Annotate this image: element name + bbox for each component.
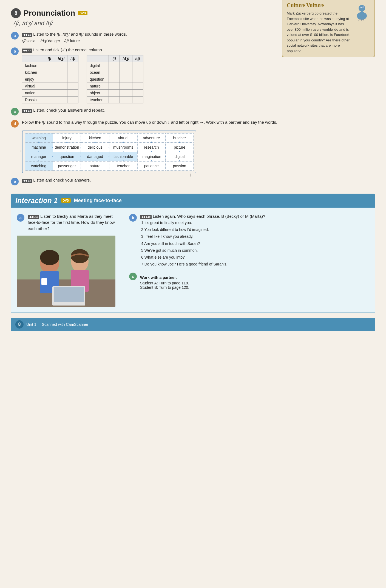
list-item: 5 We've got so much in common. <box>140 247 369 254</box>
interaction-title: Interaction 1 <box>15 196 58 205</box>
audio-1-10b-icon[interactable]: ◀◀ 1.10 <box>140 215 152 219</box>
table-2: /ʃ/ /dʒ/ /tʃ/ digitaloceanquestionnature… <box>87 55 143 103</box>
audio-1-8-icon[interactable]: ◀◀ 1.8 <box>22 109 32 113</box>
puzzle-cell: kitchen++ <box>81 133 109 143</box>
puzzle-cell: passenger+ <box>53 161 81 171</box>
bottom-bar: 8 Unit 1 Scanned with CamScanner <box>11 318 375 331</box>
activity-e-content: ◀◀ 1.9 Listen and check your answers. <box>22 177 375 183</box>
table-row: kitchen <box>22 69 78 76</box>
activity-a-content: ◀◀ 1.6 Listen to the /ʃ/, /dʒ/ and /tʃ/ … <box>22 31 276 43</box>
puzzle-cell: watching+ <box>25 161 53 171</box>
activity-b-content: ◀◀ 1.7 Listen and tick (✓) the correct c… <box>22 47 276 104</box>
activity-c-letter: c <box>11 108 19 115</box>
table-row: nature <box>87 83 143 90</box>
puzzle-cell: manager++ <box>25 152 53 161</box>
table-row: question <box>87 76 143 83</box>
puzzle-cell: adventure++ <box>137 133 166 143</box>
arrow-down-icon: ↓ <box>189 172 192 178</box>
activity-e-text: ◀◀ 1.9 Listen and check your answers. <box>22 177 375 183</box>
culture-bird-icon <box>354 2 370 22</box>
interaction-body: a ◀◀ 1.10 Listen to Becky and Marta as t… <box>11 208 375 313</box>
table-row: ocean <box>87 69 143 76</box>
svg-point-17 <box>40 250 59 265</box>
puzzle-cell: machine++ <box>25 143 53 152</box>
table-row: teacher <box>87 97 143 103</box>
list-item: 6 What else are you into? <box>140 254 369 261</box>
table-row: enjoy <box>22 76 78 83</box>
svg-point-18 <box>71 249 89 263</box>
student-b-text: Student B: Turn to page 120. <box>140 285 369 290</box>
interaction-right: b ◀◀ 1.10 Listen again. Who says each ph… <box>129 213 369 307</box>
puzzle-cell: injury++ <box>53 133 81 143</box>
puzzle-cell: patience+ <box>137 161 166 171</box>
activity-a-text: ◀◀ 1.6 Listen to the /ʃ/, /dʒ/ and /tʃ/ … <box>22 31 276 38</box>
audio-1-10a-icon[interactable]: ◀◀ 1.10 <box>28 215 39 219</box>
photo-scene <box>17 236 115 307</box>
page-container: 8 Pronunciation DVD /ʃ/, /dʒ/ and /tʃ/ C… <box>11 8 375 331</box>
interaction-photo <box>17 236 115 307</box>
interaction-activity-c-row: c Work with a partner. Student A: Turn t… <box>129 272 369 290</box>
list-item: 3 I feel like I know you already. <box>140 233 369 240</box>
puzzle-grid: washing++injury++kitchen++virtual++adven… <box>25 133 194 171</box>
phrases-list: 1 It's great to finally meet you.2 You l… <box>140 219 369 268</box>
interaction-activity-b-content: ◀◀ 1.10 Listen again. Who says each phra… <box>140 213 369 268</box>
activity-e-row: e ◀◀ 1.9 Listen and check your answers. <box>11 177 375 185</box>
unit-label: Unit 1 <box>26 322 36 327</box>
puzzle-container: washing++injury++kitchen++virtual++adven… <box>22 131 196 173</box>
list-item: 1 It's great to finally meet you. <box>140 219 369 226</box>
activity-d-row: d Follow the /ʃ/ sound to find a way thr… <box>11 119 375 173</box>
puzzle-cell: research++ <box>137 143 166 152</box>
student-a-text: Student A: Turn to page 118. <box>140 281 369 285</box>
svg-rect-11 <box>17 236 115 285</box>
puzzle-wrapper: → washing++injury++kitchen++virtual++adv… <box>22 128 196 173</box>
list-item: 7 Do you know Joe? He's a good friend of… <box>140 261 369 268</box>
activity-d-text: Follow the /ʃ/ sound to find a way throu… <box>22 119 375 126</box>
puzzle-cell: demonstration++ <box>53 143 81 152</box>
interaction-activity-c-letter: c <box>129 273 137 280</box>
interaction-header: Interaction 1 DVD Meeting face-to-face <box>11 194 375 208</box>
interaction-activity-b-text: ◀◀ 1.10 Listen again. Who says each phra… <box>140 213 369 220</box>
culture-text: Mark Zuckerberg co-created the Facebook … <box>287 11 351 53</box>
activity-b-letter: b <box>11 47 19 55</box>
culture-vulture-box: Culture Vulture Mark Zuckerberg co-creat… <box>282 0 375 57</box>
activity-d-content: Follow the /ʃ/ sound to find a way throu… <box>22 119 375 173</box>
interaction-activity-b-row: b ◀◀ 1.10 Listen again. Who says each ph… <box>129 213 369 268</box>
interaction-activity-a-row: a ◀◀ 1.10 Listen to Becky and Marta as t… <box>17 213 121 232</box>
activity-a-row: a ◀◀ 1.6 Listen to the /ʃ/, /dʒ/ and /tʃ… <box>11 31 276 43</box>
table-row: Russia <box>22 97 78 103</box>
svg-point-5 <box>361 7 361 8</box>
puzzle-cell: fashionable++ <box>109 152 137 161</box>
culture-title: Culture Vulture <box>287 2 351 9</box>
dvd-badge: DVD <box>78 11 87 15</box>
partner-box: Work with a partner. Student A: Turn to … <box>140 275 369 290</box>
tables-wrapper: /ʃ/ /dʒ/ /tʃ/ fashionkitchenenjoyvirtual… <box>22 55 276 103</box>
activity-b-text: ◀◀ 1.7 Listen and tick (✓) the correct c… <box>22 47 276 53</box>
puzzle-cell: question++ <box>53 152 81 161</box>
svg-rect-20 <box>54 287 84 302</box>
list-item: 2 You look different to how I'd imagined… <box>140 226 369 233</box>
puzzle-cell: picture+ <box>166 143 194 152</box>
interaction-left: a ◀◀ 1.10 Listen to Becky and Marta as t… <box>17 213 121 307</box>
interaction-activity-a-letter: a <box>17 214 24 222</box>
section-title: Pronunciation <box>24 9 75 18</box>
puzzle-cell: digital+ <box>166 152 194 161</box>
table-row: object <box>87 90 143 97</box>
puzzle-cell: passion <box>166 161 194 171</box>
section-number: 8 <box>11 8 21 18</box>
table-row: nation <box>22 90 78 97</box>
puzzle-cell: washing++ <box>25 133 53 143</box>
scanner-text: Scanned with CamScanner <box>42 322 89 327</box>
audio-1-7-icon[interactable]: ◀◀ 1.7 <box>22 49 32 53</box>
audio-1-9-icon[interactable]: ◀◀ 1.9 <box>22 179 32 183</box>
list-item: 4 Are you still in touch with Sarah? <box>140 240 369 247</box>
puzzle-cell: damaged++ <box>81 152 109 161</box>
interaction-activity-a-content: ◀◀ 1.10 Listen to Becky and Marta as the… <box>28 213 121 232</box>
interaction-content: a ◀◀ 1.10 Listen to Becky and Marta as t… <box>17 213 369 307</box>
activity-b-row: b ◀◀ 1.7 Listen and tick (✓) the correct… <box>11 47 276 104</box>
puzzle-cell: teacher+ <box>109 161 137 171</box>
puzzle-cell: nature+ <box>81 161 109 171</box>
audio-1-6-icon[interactable]: ◀◀ 1.6 <box>22 33 32 37</box>
activity-c-content: ◀◀ 1.8 Listen, check your answers and re… <box>22 107 375 114</box>
puzzle-cell: mushrooms++ <box>109 143 137 152</box>
table-1: /ʃ/ /dʒ/ /tʃ/ fashionkitchenenjoyvirtual… <box>22 55 78 103</box>
